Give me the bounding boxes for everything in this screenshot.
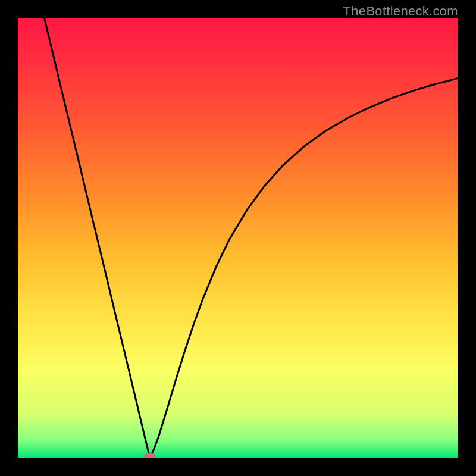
chart-frame: TheBottleneck.com [0, 0, 476, 476]
gradient-bg [18, 18, 458, 458]
chart-svg [18, 18, 458, 458]
plot-area [18, 18, 458, 458]
watermark-label: TheBottleneck.com [343, 4, 458, 19]
